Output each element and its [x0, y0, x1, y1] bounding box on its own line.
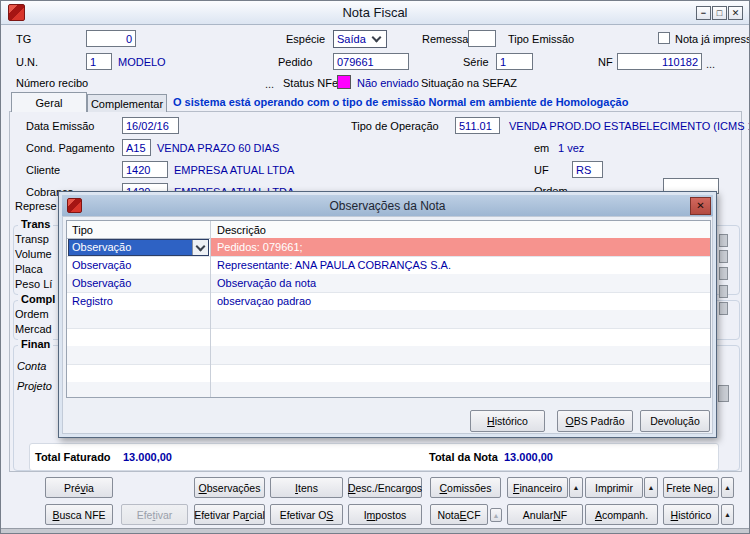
nota-ja-impressa-checkbox[interactable]	[658, 32, 670, 44]
hidden-field-button-stub	[718, 385, 729, 402]
cliente-field[interactable]: 1420	[122, 161, 168, 178]
volume-label: Volume	[15, 248, 52, 261]
frete-neg-button[interactable]: Frete Neg.	[663, 477, 719, 498]
minimize-icon[interactable]: −	[696, 6, 711, 20]
chevron-down-icon	[372, 33, 382, 43]
previa-button[interactable]: Prévia	[45, 477, 113, 498]
transportadora-label: Transp	[15, 233, 49, 246]
nf-field[interactable]: 110182	[617, 53, 702, 70]
hidden-field-button-stub	[719, 302, 728, 315]
busca-nfe-button[interactable]: Busca NFE	[45, 504, 113, 525]
data-emissao-label: Data Emissão	[26, 120, 94, 133]
nf-more-button[interactable]: ...	[706, 59, 715, 69]
pedido-field[interactable]: 079661	[333, 53, 409, 70]
table-row-empty[interactable]	[67, 364, 710, 383]
un-label: U.N.	[16, 56, 38, 69]
table-row-empty[interactable]	[67, 382, 710, 398]
descricao-cell: Pedidos: 079661;	[211, 238, 710, 256]
financeiro-button[interactable]: Financeiro	[507, 477, 568, 498]
imprimir-button[interactable]: Imprimir	[585, 477, 643, 498]
nota-ja-impressa-label: Nota já impressa	[675, 33, 750, 46]
table-row-selected[interactable]: Observação Pedidos: 079661;	[67, 238, 710, 257]
em-label: em	[534, 142, 549, 155]
tipo-operacao-field[interactable]: 511.01	[455, 117, 500, 134]
em-value: 1 vez	[558, 142, 584, 155]
serie-label: Série	[463, 56, 489, 69]
dialog-titlebar: Observações da Nota ✕	[62, 195, 713, 216]
uf-label: UF	[534, 164, 549, 177]
cond-pagamento-desc: VENDA PRAZO 60 DIAS	[157, 142, 279, 155]
efetivar-button: Efetivar	[121, 504, 188, 525]
historico-arrow-button[interactable]: ▲	[721, 504, 734, 525]
tab-complementar[interactable]: Complementar	[87, 94, 167, 112]
tg-field[interactable]: 0	[86, 30, 136, 47]
close-icon[interactable]: ✕	[728, 6, 743, 20]
observacoes-button[interactable]: Observações	[194, 477, 265, 498]
cliente-desc: EMPRESA ATUAL LTDA	[174, 164, 294, 177]
cond-pagamento-field[interactable]: A15	[122, 139, 151, 156]
data-emissao-field[interactable]: 16/02/16	[122, 117, 179, 134]
itens-button[interactable]: Itens	[270, 477, 343, 498]
peso-label: Peso Lí	[15, 278, 52, 291]
un-desc: MODELO	[118, 56, 166, 69]
descricao-cell: Representante: ANA PAULA COBRANÇAS S.A.	[211, 256, 710, 274]
frete-neg-arrow-button[interactable]: ▲	[721, 477, 734, 498]
combobox-chevron-icon[interactable]	[192, 240, 208, 255]
table-row-empty[interactable]	[67, 346, 710, 365]
uf-field[interactable]: RS	[572, 161, 603, 178]
dialog-obs-padrao-button[interactable]: OBS Padrão	[557, 410, 633, 432]
total-faturado-label: Total Faturado	[35, 451, 111, 464]
compl-group-title: Compl	[18, 293, 58, 305]
dialog-historico-button[interactable]: Histórico	[470, 410, 545, 432]
maximize-icon[interactable]: □	[712, 6, 727, 20]
table-row[interactable]: Registro observaçao padrao	[67, 292, 710, 311]
cond-pagamento-label: Cond. Pagamento	[26, 142, 115, 155]
nota-fiscal-window: Nota Fiscal − □ ✕ TG 0 Espécie Saída Rem…	[0, 0, 750, 534]
table-header: Tipo Descrição	[67, 221, 710, 239]
desc-encargos-button[interactable]: Desc./Encargos	[348, 477, 422, 498]
tipo-cell: Observação	[67, 274, 211, 292]
dialog-devolucao-button[interactable]: Devolução	[640, 410, 710, 432]
remessa-field[interactable]	[468, 30, 496, 47]
financeiro-arrow-button[interactable]: ▲	[569, 477, 583, 498]
pedido-label: Pedido	[278, 56, 312, 69]
nota-ecf-button[interactable]: Nota ECF	[430, 504, 488, 525]
especie-select[interactable]: Saída	[333, 30, 387, 48]
efetivar-os-button[interactable]: Efetivar OS	[270, 504, 343, 525]
hidden-field-button-stub	[719, 250, 728, 263]
tab-geral[interactable]: Geral	[11, 92, 87, 112]
total-nota-value: 13.000,00	[504, 451, 553, 464]
cliente-label: Cliente	[26, 164, 60, 177]
status-nfe-label: Status NFe	[283, 77, 338, 90]
comissoes-button[interactable]: Comissões	[430, 477, 501, 498]
serie-field[interactable]: 1	[496, 53, 533, 70]
conta-label: Conta	[17, 360, 46, 373]
anular-nf-button[interactable]: Anular NF	[507, 504, 583, 525]
recibo-more-button[interactable]: ...	[265, 79, 274, 89]
tipo-emissao-label: Tipo Emissão	[508, 33, 574, 46]
impostos-button[interactable]: Impostos	[348, 504, 422, 525]
un-field[interactable]: 1	[86, 53, 112, 70]
remessa-label: Remessa	[422, 33, 468, 46]
finan-group-title: Finan	[18, 338, 53, 350]
tipo-cell: Registro	[67, 292, 211, 310]
total-faturado-value: 13.000,00	[123, 451, 172, 464]
descricao-cell: observaçao padrao	[211, 292, 710, 310]
window-title: Nota Fiscal	[1, 5, 749, 20]
descricao-cell: Observação da nota	[211, 274, 710, 292]
mercadoria-label: Mercad	[15, 323, 52, 336]
nf-label: NF	[598, 56, 613, 69]
table-row[interactable]: Observação Observação da nota	[67, 274, 710, 293]
historico-button[interactable]: Histórico	[663, 504, 719, 525]
table-row-empty[interactable]	[67, 328, 710, 347]
col-descricao-header: Descrição	[211, 221, 710, 238]
acompanh-button[interactable]: Acompanh.	[585, 504, 658, 525]
efetivar-parcial-button[interactable]: Efetivar Parcial	[194, 504, 265, 525]
dialog-body: Tipo Descrição Observação Pedidos: 07966…	[62, 216, 713, 434]
tipo-combobox[interactable]: Observação	[68, 239, 209, 256]
especie-label: Espécie	[286, 33, 325, 46]
table-row-empty[interactable]	[67, 310, 710, 329]
imprimir-arrow-button[interactable]: ▲	[644, 477, 658, 498]
table-row[interactable]: Observação Representante: ANA PAULA COBR…	[67, 256, 710, 275]
transporte-group-title: Trans	[18, 218, 53, 230]
